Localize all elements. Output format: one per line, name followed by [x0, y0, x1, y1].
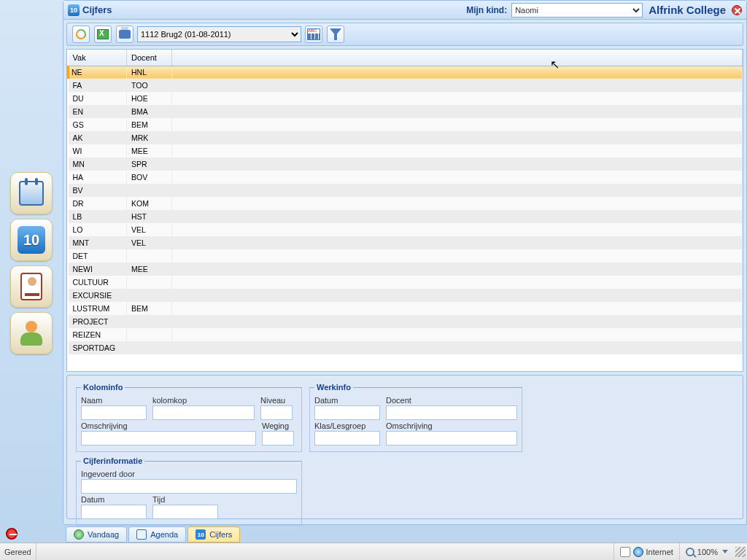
sidebar-nav-vandaag[interactable]: [10, 172, 53, 214]
close-icon[interactable]: [732, 5, 742, 15]
table-row[interactable]: MNTVEL: [69, 236, 743, 249]
grades-grid[interactable]: Vak Docent NEHNLFATOODUHOEENBMAGSBEMAKMR…: [66, 49, 743, 372]
cell-docent: HST: [127, 210, 172, 223]
refresh-button[interactable]: [72, 26, 90, 43]
input-wi-omschr[interactable]: [386, 431, 517, 446]
table-row[interactable]: DRKOM: [69, 197, 743, 210]
child-select[interactable]: Naomi: [511, 3, 643, 18]
cell-rest: [172, 276, 743, 289]
table-row[interactable]: ENBMA: [69, 105, 743, 118]
cell-docent: BEM: [127, 302, 172, 315]
table-row[interactable]: LBHST: [69, 210, 743, 223]
period-select[interactable]: 1112 Brug2 (01-08-2011): [137, 26, 301, 42]
filter-button[interactable]: [327, 26, 344, 43]
cell-vak: EN: [69, 105, 127, 118]
table-row[interactable]: WIMEE: [69, 144, 743, 158]
cell-vak: CULTUUR: [69, 276, 127, 289]
table-row[interactable]: CULTUUR: [69, 276, 743, 289]
input-weging[interactable]: [262, 431, 294, 446]
printer-icon: [119, 30, 131, 39]
tab-agenda[interactable]: Agenda: [128, 526, 186, 542]
chevron-down-icon: [722, 550, 728, 553]
table-row[interactable]: EXCURSIE: [69, 289, 743, 302]
cell-docent: [127, 341, 172, 354]
cell-rest: [172, 131, 743, 144]
cell-docent: SPR: [127, 158, 172, 171]
cell-rest: [172, 184, 743, 197]
child-label: Mijn kind:: [466, 5, 507, 15]
table-row[interactable]: DET: [69, 249, 743, 262]
cijferinformatie-group: Cijferinformatie Ingevoerd door Datum Ti…: [76, 456, 302, 526]
cell-docent: HOE: [127, 92, 172, 105]
column-header-rest[interactable]: [172, 50, 743, 66]
sidebar-nav-cijfers[interactable]: 10: [10, 219, 53, 261]
school-name: Alfrink College: [649, 4, 726, 16]
cell-docent: [127, 184, 172, 197]
tab-vandaag[interactable]: Vandaag: [66, 526, 127, 542]
label-wi-omschr: Omschrijving: [386, 421, 517, 430]
grades-icon: 10: [68, 4, 80, 16]
label-ci-tijd: Tijd: [152, 495, 218, 504]
sidebar-nav-profile[interactable]: [10, 265, 53, 308]
cell-vak: GS: [69, 118, 127, 131]
table-row[interactable]: BV: [69, 184, 743, 197]
table-row[interactable]: GSBEM: [69, 118, 743, 131]
cell-rest: [172, 210, 743, 223]
table-row[interactable]: DUHOE: [69, 92, 743, 105]
input-omschrijving[interactable]: [81, 431, 256, 446]
cell-rest: [172, 92, 743, 105]
cell-docent: MEE: [127, 262, 172, 276]
table-row[interactable]: NEHNL: [69, 66, 743, 79]
globe-icon: [633, 547, 643, 557]
table-row[interactable]: PROJECT: [69, 315, 743, 328]
input-wi-docent[interactable]: [386, 405, 517, 420]
kolominfo-legend: Kolominfo: [81, 383, 125, 392]
table-row[interactable]: LOVEL: [69, 223, 743, 236]
input-kolomkop[interactable]: [152, 405, 255, 420]
werkinfo-group: Werkinfo Datum Docent Klas/Lesgroep Omsc…: [309, 383, 522, 452]
cell-rest: [172, 236, 743, 249]
cijferinformatie-legend: Cijferinformatie: [81, 456, 144, 465]
table-row[interactable]: LUSTRUMBEM: [69, 302, 743, 315]
cell-vak: PROJECT: [69, 315, 127, 328]
calendar-icon: [136, 529, 147, 540]
table-row[interactable]: HABOV: [69, 171, 743, 184]
cell-vak: DET: [69, 249, 127, 262]
column-header-docent[interactable]: Docent: [127, 50, 172, 66]
status-zoom[interactable]: 100%: [679, 543, 734, 560]
input-naam[interactable]: [81, 405, 147, 420]
table-row[interactable]: MNSPR: [69, 158, 743, 171]
input-wi-datum[interactable]: [314, 405, 380, 420]
cell-docent: [127, 289, 172, 302]
table-row[interactable]: REIZEN: [69, 328, 743, 341]
sidebar-nav-student[interactable]: [10, 312, 53, 354]
cell-vak: NE: [69, 66, 127, 79]
cell-rest: [172, 328, 743, 341]
table-row[interactable]: NEWIMEE: [69, 262, 743, 276]
column-header-vak[interactable]: Vak: [69, 50, 127, 66]
cell-rest: [172, 302, 743, 315]
grades-icon: 10: [196, 529, 206, 540]
logout-button[interactable]: [6, 528, 18, 540]
input-ci-datum[interactable]: [81, 505, 147, 519]
status-zone[interactable]: Internet: [614, 543, 679, 560]
cell-docent: [127, 276, 172, 289]
calc-columns-button[interactable]: [305, 26, 322, 43]
tab-cijfers[interactable]: 10Cijfers: [187, 526, 240, 542]
cell-docent: [127, 328, 172, 341]
cell-rest: [172, 289, 743, 302]
cell-docent: [127, 249, 172, 262]
input-wi-klas[interactable]: [314, 431, 380, 446]
print-button[interactable]: [116, 26, 133, 43]
browser-statusbar: Gereed Internet 100%: [0, 542, 747, 560]
table-row[interactable]: SPORTDAG: [69, 341, 743, 354]
export-excel-button[interactable]: [94, 26, 112, 43]
input-ingevoerddoor[interactable]: [81, 479, 297, 494]
cell-rest: [172, 249, 743, 262]
cell-docent: KOM: [127, 197, 172, 210]
table-row[interactable]: FATOO: [69, 79, 743, 92]
input-niveau[interactable]: [260, 405, 293, 420]
table-row[interactable]: AKMRK: [69, 131, 743, 144]
detail-form: Kolominfo Naam kolomkop Niveau Omschrijv…: [66, 375, 743, 519]
input-ci-tijd[interactable]: [152, 505, 218, 519]
